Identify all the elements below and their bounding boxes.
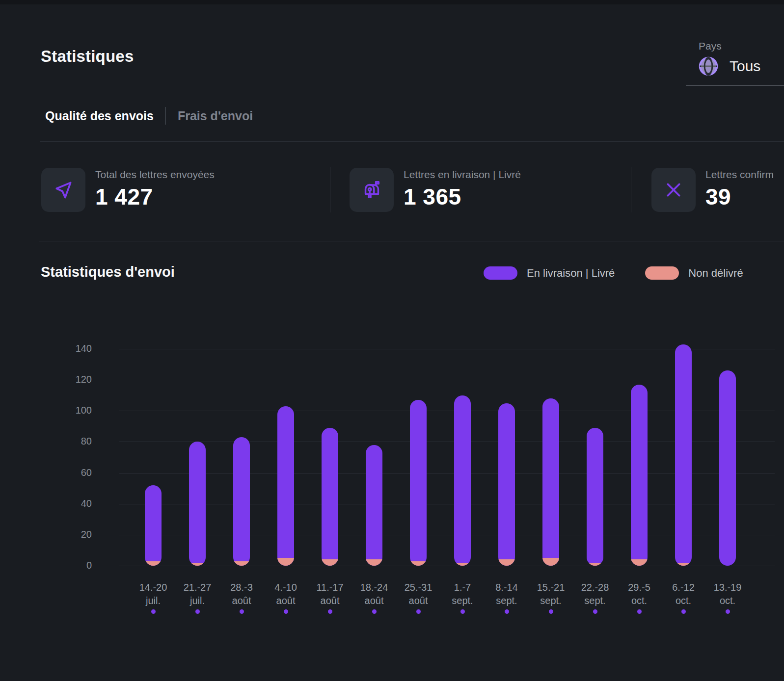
category-dot	[726, 609, 730, 614]
bar-22.-28-sept.[interactable]	[587, 428, 603, 566]
x-axis-label: 14.-20juil.	[121, 581, 185, 607]
stat-value: 1 427	[95, 183, 215, 210]
bar-18.-24-août[interactable]	[366, 445, 382, 566]
stat-divider-1	[330, 167, 330, 212]
category-dot	[151, 609, 156, 614]
stat-card-total-sent: Total des lettres envoyées 1 427	[41, 168, 215, 212]
bar-15.-21-sept.[interactable]	[542, 398, 559, 566]
y-axis-tick: 20	[62, 529, 92, 540]
tab-frais-denvoi[interactable]: Frais d'envoi	[178, 109, 253, 123]
x-axis-label: 4.-10août	[254, 581, 318, 607]
country-filter-value[interactable]: Tous	[730, 58, 760, 75]
legend-label: Non délivré	[688, 267, 743, 280]
y-axis-tick: 140	[62, 343, 92, 354]
x-axis-label: 1.-7sept.	[431, 581, 494, 607]
stat-label: Total des lettres envoyées	[95, 169, 215, 181]
legend-label: En livraison | Livré	[527, 267, 615, 280]
stat-label: Lettres en livraison | Livré	[404, 169, 521, 181]
x-axis-label: 11.-17août	[298, 581, 362, 607]
globe-icon	[698, 56, 719, 77]
stat-card-confirmed: Lettres confirm 39	[651, 168, 774, 212]
bar-4.-10-août[interactable]	[277, 406, 294, 566]
stat-value: 1 365	[404, 183, 521, 210]
x-axis-label: 25.-31août	[386, 581, 450, 607]
legend-swatch	[484, 266, 517, 280]
tab-qualite-des-envois[interactable]: Qualité des envois	[45, 109, 154, 123]
y-axis-tick: 120	[62, 374, 92, 385]
bar-segment-non-delivre	[454, 563, 471, 566]
legend-item-1[interactable]: Non délivré	[645, 266, 743, 280]
bar-segment-non-delivre	[366, 559, 382, 566]
x-axis-label: 18.-24août	[342, 581, 406, 607]
category-dot	[505, 609, 509, 614]
bar-segment-non-delivre	[233, 561, 250, 566]
category-dot	[372, 609, 377, 614]
bar-segment-non-delivre	[498, 559, 515, 566]
category-dot	[593, 609, 597, 614]
stat-card-in-delivery: Lettres en livraison | Livré 1 365	[350, 168, 521, 212]
category-dot	[240, 609, 244, 614]
x-axis-label: 6.-12oct.	[651, 581, 715, 607]
category-dot	[681, 609, 686, 614]
chart-legend: En livraison | LivréNon délivré	[484, 266, 743, 280]
bar-1.-7-sept.[interactable]	[454, 395, 471, 566]
tab-bar: Qualité des envois Frais d'envoi	[45, 107, 253, 125]
bar-segment-non-delivre	[410, 561, 427, 566]
bar-25.-31-août[interactable]	[410, 400, 427, 566]
stat-value: 39	[705, 183, 774, 210]
category-dot	[328, 609, 332, 614]
section-divider-mid	[39, 241, 784, 241]
bar-11.-17-août[interactable]	[322, 428, 338, 566]
legend-swatch	[645, 266, 679, 280]
cross-icon	[651, 168, 696, 212]
bar-28.-3-août[interactable]	[233, 437, 250, 566]
bar-segment-non-delivre	[587, 563, 603, 566]
bar-segment-non-delivre	[277, 558, 294, 566]
legend-item-0[interactable]: En livraison | Livré	[484, 266, 615, 280]
x-axis-label: 15.-21sept.	[519, 581, 583, 607]
category-dot	[549, 609, 553, 614]
category-dot	[284, 609, 288, 614]
bar-chart: 02040608010012014014.-20juil.21.-27juil.…	[0, 0, 784, 681]
send-icon	[41, 168, 85, 212]
country-filter-underline	[686, 85, 784, 86]
bar-13.-19-oct.[interactable]	[719, 370, 736, 566]
statistics-page: Statistiques Pays Tous Qualité des envoi…	[0, 0, 784, 681]
bar-21.-27-juil.[interactable]	[189, 442, 206, 566]
tab-separator	[165, 107, 166, 125]
stat-divider-2	[631, 167, 631, 212]
category-dot	[195, 609, 200, 614]
category-dot	[416, 609, 421, 614]
y-axis-tick: 100	[62, 405, 92, 416]
y-axis-tick: 80	[62, 436, 92, 447]
bar-29.-5-oct.[interactable]	[631, 385, 648, 566]
y-axis-tick: 40	[62, 498, 92, 509]
x-axis-label: 22.-28sept.	[563, 581, 627, 607]
bar-6.-12-oct.[interactable]	[675, 344, 692, 566]
page-title: Statistiques	[41, 47, 134, 66]
x-axis-label: 13.-19oct.	[696, 581, 759, 607]
bar-segment-non-delivre	[631, 559, 648, 566]
gridline-y0	[119, 566, 775, 566]
bar-segment-non-delivre	[145, 561, 162, 566]
category-dot	[460, 609, 465, 614]
country-filter[interactable]: Pays Tous	[686, 40, 784, 77]
top-edge-strip	[0, 0, 784, 4]
bar-segment-non-delivre	[675, 563, 692, 566]
x-axis-label: 29.-5oct.	[607, 581, 671, 607]
x-axis-label: 21.-27juil.	[165, 581, 229, 607]
chart-section-title: Statistiques d'envoi	[41, 264, 175, 280]
bar-8.-14-sept.[interactable]	[498, 403, 515, 566]
x-axis-label: 28.-3août	[210, 581, 273, 607]
y-axis-tick: 0	[62, 560, 92, 571]
mailbox-icon	[350, 168, 394, 212]
y-axis-tick: 60	[62, 467, 92, 478]
stat-label: Lettres confirm	[705, 169, 774, 181]
country-filter-label: Pays	[686, 40, 784, 52]
bar-segment-non-delivre	[189, 563, 206, 566]
category-dot	[637, 609, 642, 614]
bar-14.-20-juil.[interactable]	[145, 485, 162, 566]
bar-segment-non-delivre	[542, 558, 559, 566]
section-divider-top	[40, 141, 784, 142]
x-axis-label: 8.-14sept.	[475, 581, 539, 607]
